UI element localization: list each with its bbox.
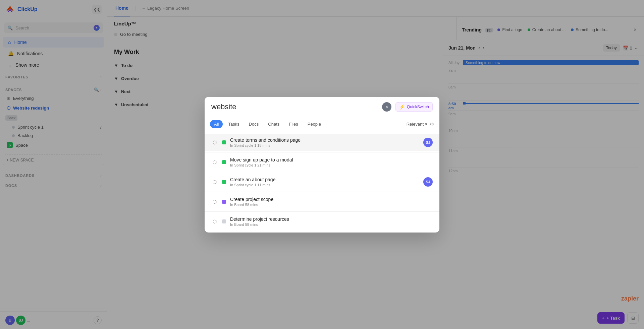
result-sub-4: In Board 58 mins — [230, 222, 433, 226]
modal-tab-people[interactable]: People — [304, 120, 325, 128]
result-content-4: Determine project resources In Board 58 … — [230, 216, 433, 226]
search-modal: × ⚡ QuickSwitch All Tasks Docs Chats Fil… — [205, 97, 439, 233]
result-title-4: Determine project resources — [230, 216, 433, 222]
result-content-3: Create project scope In Board 58 mins — [230, 197, 433, 207]
modal-tabs: All Tasks Docs Chats Files People Releva… — [205, 117, 439, 131]
result-divider-2 — [205, 192, 439, 192]
modal-tab-all[interactable]: All — [210, 120, 223, 128]
result-item-3[interactable]: ⬡ Create project scope In Board 58 mins — [205, 193, 439, 210]
modal-results: ⬡ Create terms and conditions page In Sp… — [205, 131, 439, 233]
result-title-3: Create project scope — [230, 197, 433, 202]
result-title-2: Create an about page — [230, 177, 419, 182]
task-dot-1 — [222, 160, 226, 164]
modal-tab-docs[interactable]: Docs — [245, 120, 263, 128]
result-item-4[interactable]: ⬡ Determine project resources In Board 5… — [205, 213, 439, 230]
modal-tab-files[interactable]: Files — [285, 120, 302, 128]
task-icon-3: ⬡ — [211, 198, 218, 205]
task-icon-0: ⬡ — [211, 139, 218, 146]
task-dot-2 — [222, 180, 226, 184]
modal-overlay[interactable]: × ⚡ QuickSwitch All Tasks Docs Chats Fil… — [0, 0, 644, 329]
result-title-0: Create terms and conditions page — [230, 137, 419, 143]
result-item-2[interactable]: ⬡ Create an about page In Sprint cycle 1… — [205, 174, 439, 190]
result-avatar-0: SJ — [423, 138, 433, 147]
modal-search-bar: × ⚡ QuickSwitch — [205, 97, 439, 117]
result-divider-0 — [205, 152, 439, 152]
task-icon-2: ⬡ — [211, 179, 218, 185]
task-dot-3 — [222, 200, 226, 204]
modal-sort-dropdown[interactable]: Relevant ▾ ⚙ — [407, 122, 434, 127]
quick-switch-button[interactable]: ⚡ QuickSwitch — [395, 102, 433, 112]
result-content-0: Create terms and conditions page In Spri… — [230, 137, 419, 147]
result-divider-1 — [205, 172, 439, 172]
quick-switch-label: QuickSwitch — [407, 105, 429, 109]
modal-tab-tasks[interactable]: Tasks — [224, 120, 243, 128]
result-content-2: Create an about page In Sprint cycle 1 1… — [230, 177, 419, 187]
modal-tab-chats[interactable]: Chats — [264, 120, 283, 128]
task-icon-4: ⬡ — [211, 218, 218, 225]
task-dot-4 — [222, 219, 226, 223]
lightning-icon: ⚡ — [399, 104, 405, 110]
result-item-0[interactable]: ⬡ Create terms and conditions page In Sp… — [205, 134, 439, 151]
result-title-1: Move sign up page to a modal — [230, 157, 433, 162]
result-content-1: Move sign up page to a modal In Sprint c… — [230, 157, 433, 167]
task-icon-1: ⬡ — [211, 159, 218, 166]
result-item-1[interactable]: ⬡ Move sign up page to a modal In Sprint… — [205, 154, 439, 171]
result-divider-3 — [205, 211, 439, 212]
chevron-down-icon: ▾ — [425, 122, 427, 127]
modal-search-input[interactable] — [211, 103, 378, 111]
result-sub-3: In Board 58 mins — [230, 203, 433, 207]
task-dot-0 — [222, 140, 226, 144]
settings-icon: ⚙ — [430, 122, 434, 127]
modal-clear-button[interactable]: × — [382, 102, 391, 112]
sort-label: Relevant — [407, 122, 424, 127]
result-sub-2: In Sprint cycle 1 11 mins — [230, 183, 419, 187]
result-sub-1: In Sprint cycle 1 21 mins — [230, 163, 433, 167]
result-avatar-2: SJ — [423, 177, 433, 187]
result-sub-0: In Sprint cycle 1 18 mins — [230, 143, 419, 147]
